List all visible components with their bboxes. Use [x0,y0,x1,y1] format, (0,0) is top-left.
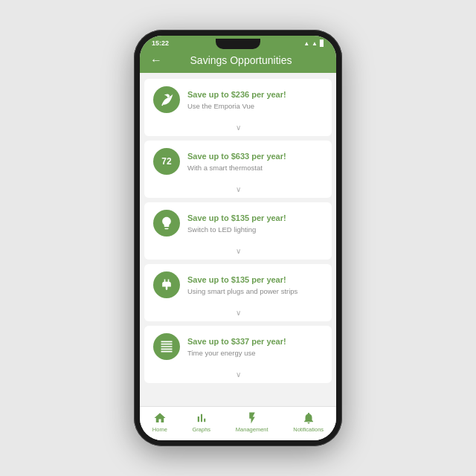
item-chevron: ∨ [144,306,332,321]
signal-icon: ▲ [312,40,318,47]
notch [216,39,260,49]
item-text: Save up to $236 per year! Use the Empori… [187,89,323,109]
bottom-nav: Home Graphs Management Notifications [140,406,336,440]
timer-icon [159,339,174,354]
savings-item-thermostat[interactable]: 72 Save up to $633 per year! With a smar… [144,141,332,198]
item-subtitle: Time your energy use [187,349,323,357]
nav-item-graphs[interactable]: Graphs [193,411,211,433]
status-icons: ▲ ▲ ▊ [303,40,324,47]
nav-label-home: Home [152,426,167,433]
item-chevron: ∨ [144,367,332,383]
thermostat-number: 72 [161,156,171,167]
item-icon-leaf [153,86,180,113]
item-main: Save up to $135 per year! Using smart pl… [144,264,332,306]
leaf-icon [159,92,174,107]
item-title: Save up to $236 per year! [187,89,323,100]
bell-icon [302,411,315,425]
phone-shell: 15:22 ▲ ▲ ▊ ← Savings Opportunities [134,30,342,446]
savings-item-smart-plugs[interactable]: Save up to $135 per year! Using smart pl… [144,264,332,321]
item-main: 72 Save up to $633 per year! With a smar… [144,141,332,182]
battery-icon: ▊ [320,40,324,47]
item-main: Save up to $236 per year! Use the Empori… [144,79,332,120]
bolt-icon [245,411,259,425]
item-subtitle: Using smart plugs and power strips [187,287,323,295]
item-icon-timer [153,333,180,360]
item-chevron: ∨ [144,120,332,136]
item-text: Save up to $135 per year! Switch to LED … [187,213,323,233]
status-time: 15:22 [152,39,169,47]
savings-item-emporia-vue[interactable]: Save up to $236 per year! Use the Empori… [144,79,332,136]
item-subtitle: With a smart thermostat [187,164,323,172]
item-subtitle: Use the Emporia Vue [187,102,323,110]
item-icon-bulb [153,210,180,237]
item-main: Save up to $337 per year! Time your ener… [144,326,332,367]
item-title: Save up to $135 per year! [187,213,323,223]
item-icon-thermostat: 72 [153,148,180,175]
item-chevron: ∨ [144,244,332,260]
item-title: Save up to $633 per year! [187,151,323,161]
savings-item-led[interactable]: Save up to $135 per year! Switch to LED … [144,202,332,260]
page-title: Savings Opportunities [168,54,314,66]
bulb-icon [159,216,174,231]
nav-item-notifications[interactable]: Notifications [293,411,324,433]
item-text: Save up to $135 per year! Using smart pl… [187,274,323,295]
nav-item-management[interactable]: Management [236,411,268,433]
savings-list: Save up to $236 per year! Use the Empori… [140,73,336,406]
nav-label-graphs: Graphs [193,426,211,433]
nav-label-management: Management [236,426,268,433]
item-text: Save up to $337 per year! Time your ener… [187,336,323,356]
item-subtitle: Switch to LED lighting [187,225,323,234]
nav-label-notifications: Notifications [293,426,324,433]
top-nav: ← Savings Opportunities [140,49,336,73]
item-icon-plug [153,271,180,298]
wifi-icon: ▲ [303,40,309,47]
item-text: Save up to $633 per year! With a smart t… [187,151,323,171]
plug-icon [159,277,174,292]
savings-item-time-energy[interactable]: Save up to $337 per year! Time your ener… [144,326,332,383]
graphs-icon [195,411,208,425]
item-chevron: ∨ [144,182,332,198]
back-button[interactable]: ← [150,54,162,67]
home-icon [153,411,167,425]
item-main: Save up to $135 per year! Switch to LED … [144,202,332,244]
nav-item-home[interactable]: Home [152,411,167,433]
item-title: Save up to $135 per year! [187,274,323,285]
item-title: Save up to $337 per year! [187,336,323,347]
phone-screen: 15:22 ▲ ▲ ▊ ← Savings Opportunities [140,36,336,440]
